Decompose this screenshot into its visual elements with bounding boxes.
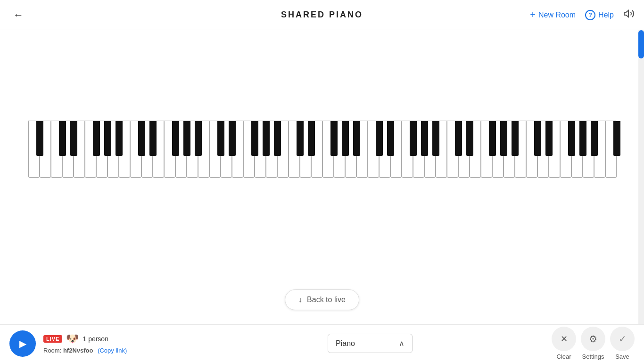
black-key[interactable] <box>93 121 100 156</box>
black-key[interactable] <box>534 121 541 156</box>
scrollbar[interactable] <box>638 30 644 324</box>
black-key[interactable] <box>353 121 360 156</box>
black-key[interactable] <box>568 121 575 156</box>
room-info: Room: hf2Nvsfoo (Copy link) <box>43 347 127 354</box>
black-key[interactable] <box>579 121 586 156</box>
black-key[interactable] <box>421 121 428 156</box>
black-key[interactable] <box>195 121 202 156</box>
avatar: 🐶 <box>66 333 79 345</box>
scrollbar-thumb[interactable] <box>638 30 644 58</box>
black-key[interactable] <box>59 121 66 156</box>
help-label: Help <box>598 11 614 19</box>
settings-gear-icon: ⚙ <box>589 333 597 345</box>
footer: ▶ LIVE 🐶 1 person Room: hf2Nvsfoo (Copy … <box>0 324 644 362</box>
black-key[interactable] <box>500 121 507 156</box>
new-room-label: New Room <box>538 11 576 19</box>
black-key[interactable] <box>330 121 338 156</box>
black-key[interactable] <box>466 121 473 156</box>
clear-icon-circle: ✕ <box>552 327 576 351</box>
chevron-up-icon: ∧ <box>399 339 405 348</box>
black-key[interactable] <box>455 121 462 156</box>
black-key[interactable] <box>342 121 349 156</box>
user-top: LIVE 🐶 1 person <box>43 333 127 345</box>
header-left: ← <box>9 7 27 23</box>
black-key[interactable] <box>183 121 190 156</box>
black-key[interactable] <box>376 121 383 156</box>
back-to-live-icon: ↓ <box>298 296 302 304</box>
person-count: 1 person <box>83 335 108 343</box>
black-key[interactable] <box>104 121 111 156</box>
header-right: + New Room ? Help <box>530 8 635 22</box>
settings-label: Settings <box>582 353 604 360</box>
black-key[interactable] <box>217 121 224 156</box>
black-key[interactable] <box>308 121 315 156</box>
instrument-select[interactable]: Piano ∧ <box>328 334 413 353</box>
black-key[interactable] <box>613 121 620 156</box>
back-to-live-button[interactable]: ↓ Back to live <box>285 289 359 310</box>
page-title: SHARED PIANO <box>281 10 363 20</box>
footer-center: Piano ∧ <box>189 334 552 353</box>
save-label: Save <box>615 353 629 360</box>
clear-x-icon: ✕ <box>561 334 568 344</box>
back-button[interactable]: ← <box>9 7 27 23</box>
black-key[interactable] <box>138 121 145 156</box>
black-key[interactable] <box>489 121 496 156</box>
clear-label: Clear <box>556 353 571 360</box>
black-key[interactable] <box>591 121 598 156</box>
footer-left: ▶ LIVE 🐶 1 person Room: hf2Nvsfoo (Copy … <box>9 330 189 357</box>
clear-button[interactable]: ✕ Clear <box>552 327 576 360</box>
user-info: LIVE 🐶 1 person Room: hf2Nvsfoo (Copy li… <box>43 333 127 354</box>
black-key[interactable] <box>432 121 439 156</box>
save-button[interactable]: ✓ Save <box>610 327 635 360</box>
help-circle-icon: ? <box>585 10 595 20</box>
black-key[interactable] <box>70 121 77 156</box>
black-key[interactable] <box>387 121 394 156</box>
piano-keyboard <box>28 121 616 177</box>
settings-button[interactable]: ⚙ Settings <box>581 327 605 360</box>
main-area: ↓ Back to live <box>0 30 644 324</box>
black-key[interactable] <box>149 121 157 156</box>
footer-right: ✕ Clear ⚙ Settings ✓ Save <box>552 327 635 360</box>
play-button[interactable]: ▶ <box>9 330 36 357</box>
black-key[interactable] <box>263 121 270 156</box>
room-name: hf2Nvsfoo <box>63 347 93 354</box>
black-key[interactable] <box>36 121 43 156</box>
live-badge: LIVE <box>43 335 62 343</box>
black-key[interactable] <box>274 121 281 156</box>
copy-link-button[interactable]: (Copy link) <box>98 347 127 354</box>
settings-icon-circle: ⚙ <box>581 327 605 351</box>
black-key[interactable] <box>512 121 519 156</box>
black-key[interactable] <box>172 121 179 156</box>
black-key[interactable] <box>545 121 553 156</box>
volume-icon <box>623 8 635 19</box>
volume-button[interactable] <box>623 8 635 22</box>
black-key[interactable] <box>297 121 304 156</box>
svg-marker-0 <box>624 10 628 17</box>
save-icon-circle: ✓ <box>610 327 635 351</box>
black-key[interactable] <box>116 121 123 156</box>
new-room-button[interactable]: + New Room <box>530 9 576 20</box>
instrument-label: Piano <box>336 339 355 348</box>
back-to-live-label: Back to live <box>307 296 346 304</box>
help-button[interactable]: ? Help <box>585 10 614 20</box>
play-icon: ▶ <box>19 338 26 349</box>
save-check-icon: ✓ <box>619 333 627 345</box>
piano-container <box>28 121 616 177</box>
plus-icon: + <box>530 9 536 20</box>
black-key[interactable] <box>229 121 236 156</box>
header: ← SHARED PIANO + New Room ? Help <box>0 0 644 30</box>
black-key[interactable] <box>251 121 258 156</box>
black-key[interactable] <box>410 121 417 156</box>
room-label: Room: <box>43 347 61 354</box>
